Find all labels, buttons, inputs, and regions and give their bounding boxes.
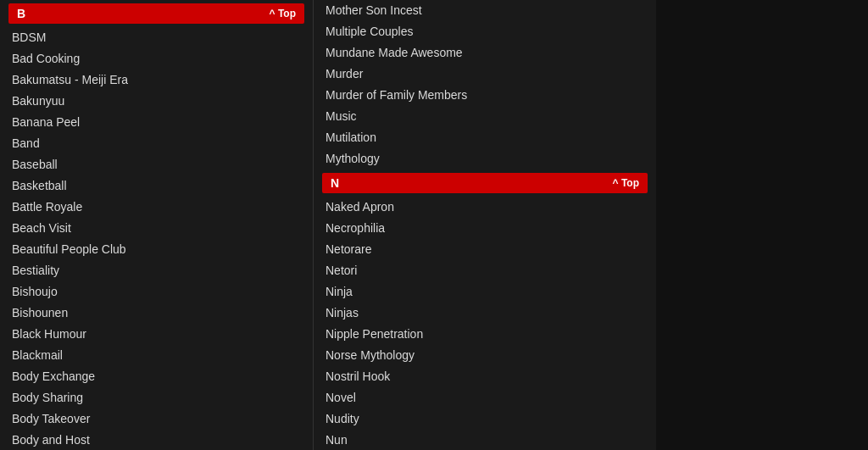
- list-item[interactable]: Mundane Made Awesome: [322, 42, 648, 64]
- list-item[interactable]: Multiple Couples: [322, 21, 648, 42]
- list-item[interactable]: Murder: [322, 64, 648, 85]
- list-item[interactable]: Bakunyuu: [8, 91, 304, 112]
- list-item[interactable]: Bad Cooking: [8, 48, 304, 69]
- list-item[interactable]: Mythology: [322, 148, 648, 169]
- list-item[interactable]: Bishoujo: [8, 281, 304, 303]
- list-item[interactable]: Black Humour: [8, 324, 304, 345]
- list-item[interactable]: Banana Peel: [8, 112, 304, 133]
- list-item[interactable]: Novel: [322, 387, 648, 408]
- list-item[interactable]: Bestiality: [8, 260, 304, 281]
- list-item[interactable]: Nun: [322, 430, 648, 450]
- section-letter-b: B: [17, 7, 25, 20]
- list-item[interactable]: Nudity: [322, 408, 648, 430]
- list-item[interactable]: Blackmail: [8, 345, 304, 366]
- list-item[interactable]: Body Exchange: [8, 366, 304, 387]
- list-item[interactable]: Murder of Family Members: [322, 85, 648, 106]
- list-item[interactable]: Bakumatsu - Meiji Era: [8, 69, 304, 91]
- list-item[interactable]: Ninjas: [322, 303, 648, 324]
- section-header-b: B ^ Top: [8, 3, 304, 24]
- list-item[interactable]: Mother Son Incest: [322, 0, 648, 21]
- list-item[interactable]: Naked Apron: [322, 197, 648, 218]
- list-item[interactable]: Beautiful People Club: [8, 239, 304, 260]
- list-item[interactable]: Netori: [322, 260, 648, 281]
- list-item[interactable]: Necrophilia: [322, 218, 648, 239]
- n-items-list: Naked ApronNecrophiliaNetorareNetoriNinj…: [322, 197, 648, 450]
- list-item[interactable]: Netorare: [322, 239, 648, 260]
- top-items-list: Mother Son IncestMultiple CouplesMundane…: [322, 0, 648, 169]
- b-items-list: BDSMBad CookingBakumatsu - Meiji EraBaku…: [8, 27, 304, 450]
- top-link-b[interactable]: ^ Top: [270, 8, 296, 19]
- far-right-panel: [656, 0, 868, 450]
- top-link-n[interactable]: ^ Top: [613, 177, 639, 189]
- list-item[interactable]: Baseball: [8, 154, 304, 175]
- list-item[interactable]: Mutilation: [322, 127, 648, 148]
- list-item[interactable]: Body Takeover: [8, 408, 304, 430]
- list-item[interactable]: Ninja: [322, 281, 648, 303]
- list-item[interactable]: Body and Host: [8, 430, 304, 450]
- list-item[interactable]: Basketball: [8, 175, 304, 197]
- list-item[interactable]: Beach Visit: [8, 218, 304, 239]
- list-item[interactable]: Bishounen: [8, 303, 304, 324]
- list-item[interactable]: Battle Royale: [8, 197, 304, 218]
- list-item[interactable]: BDSM: [8, 27, 304, 48]
- list-item[interactable]: Nostril Hook: [322, 366, 648, 387]
- section-letter-n: N: [331, 176, 339, 190]
- section-header-n: N ^ Top: [322, 173, 648, 193]
- right-panel: Mother Son IncestMultiple CouplesMundane…: [314, 0, 656, 450]
- left-panel: B ^ Top BDSMBad CookingBakumatsu - Meiji…: [0, 0, 314, 450]
- list-item[interactable]: Band: [8, 133, 304, 154]
- list-item[interactable]: Music: [322, 106, 648, 127]
- list-item[interactable]: Body Sharing: [8, 387, 304, 408]
- list-item[interactable]: Norse Mythology: [322, 345, 648, 366]
- list-item[interactable]: Nipple Penetration: [322, 324, 648, 345]
